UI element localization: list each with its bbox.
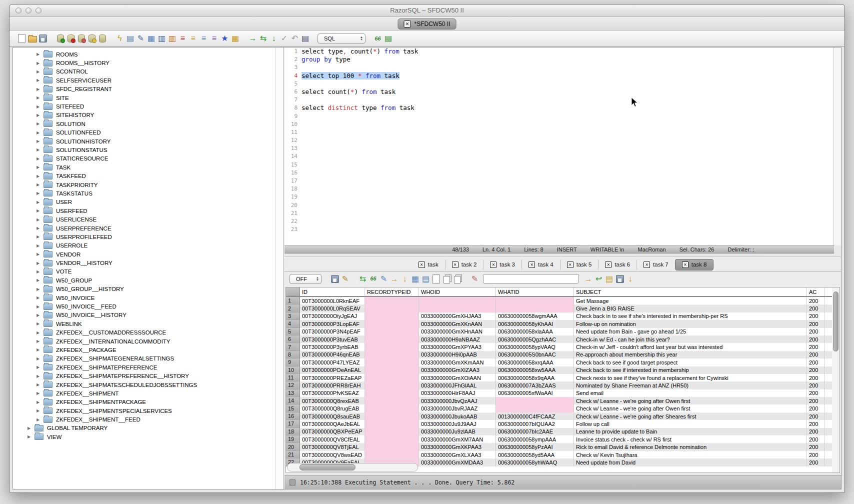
- disclosure-triangle-icon[interactable]: ▶: [36, 156, 40, 161]
- row-number-cell[interactable]: 17: [286, 420, 300, 428]
- disclosure-triangle-icon[interactable]: ▶: [36, 52, 40, 56]
- result-tab-task-4[interactable]: ✕task 4: [522, 260, 560, 270]
- editor-line-1[interactable]: 1select type, count(*) from task: [284, 48, 841, 56]
- notes-icon[interactable]: ▤: [604, 274, 614, 284]
- data-cell[interactable]: 200: [807, 351, 825, 358]
- close-tab-icon[interactable]: ✕: [682, 262, 688, 268]
- disclosure-triangle-icon[interactable]: ▶: [36, 78, 40, 82]
- sidebar-scrollbar[interactable]: [276, 48, 284, 489]
- data-cell[interactable]: Check w/ Leanne - we're going after Owen…: [574, 397, 807, 404]
- forward-arrow-icon[interactable]: →: [248, 34, 258, 44]
- table-row[interactable]: 500T3000000P3N4pEAF0033000000GmXHnAAN006…: [286, 328, 832, 336]
- data-cell[interactable]: 00T3000000P3yrbEAB: [300, 343, 365, 350]
- table-sync-icon[interactable]: ▦: [146, 34, 156, 44]
- editor-line-9[interactable]: 9: [284, 112, 841, 120]
- data-cell[interactable]: 00630000005QgzhAAC: [496, 336, 574, 343]
- filter-list-icon[interactable]: ≡: [209, 34, 220, 44]
- edit-results-icon[interactable]: ✎: [340, 274, 350, 284]
- data-cell[interactable]: 00T3000000QV8TjEAL: [300, 443, 365, 450]
- tree-item-vendor__history[interactable]: ▶VENDOR__HISTORY: [13, 258, 284, 267]
- browse-glasses-icon[interactable]: 66: [368, 274, 378, 284]
- data-cell[interactable]: 00T3000000P3LopEAF: [300, 320, 365, 328]
- data-cell[interactable]: [496, 397, 574, 404]
- tree-item-task[interactable]: ▶TASK: [13, 163, 284, 172]
- copy-table-icon[interactable]: [452, 274, 462, 284]
- column-header-recordtypeid[interactable]: RECORDTYPEID: [365, 288, 419, 296]
- tree-item-userprofilefeed[interactable]: ▶USERPROFILEFEED: [13, 232, 284, 241]
- book-icon[interactable]: ▥: [156, 34, 167, 44]
- data-cell[interactable]: 006300000058ympAAA: [496, 436, 574, 443]
- data-cell[interactable]: 0033000000GmXLXAA3: [419, 451, 496, 458]
- tree-item-zkfedex__shipmentpackage[interactable]: ▶ZKFEDEX__SHIPMENTPACKAGE: [13, 398, 284, 406]
- close-tab-icon[interactable]: ✕: [452, 262, 458, 268]
- data-cell[interactable]: Need update from David: [574, 458, 807, 466]
- save-grid-icon[interactable]: [614, 274, 625, 284]
- commit-check-icon[interactable]: ✓: [279, 34, 290, 44]
- align-list-icon[interactable]: ≡: [198, 34, 209, 44]
- tree-item-zkfedex__shipment__feed[interactable]: ▶ZKFEDEX__SHIPMENT__FEED: [13, 415, 284, 424]
- data-cell[interactable]: 006300000058ypVAAQ: [496, 343, 574, 350]
- book-orange-icon[interactable]: ▥: [167, 34, 178, 44]
- result-tab-task-5[interactable]: ✕task 5: [560, 260, 598, 270]
- data-cell[interactable]: [365, 390, 419, 397]
- new-connection-icon[interactable]: [86, 34, 97, 44]
- editor-line-17[interactable]: 17: [284, 177, 841, 185]
- new-file-icon[interactable]: [16, 34, 27, 44]
- data-cell[interactable]: 00T3000000QBXPeEAP: [300, 428, 365, 436]
- editor-line-3[interactable]: 3: [284, 64, 841, 72]
- disclosure-triangle-icon[interactable]: ▶: [36, 104, 40, 109]
- data-cell[interactable]: 200: [807, 328, 825, 336]
- tree-item-userpreference[interactable]: ▶USERPREFERENCE: [13, 224, 284, 232]
- data-cell[interactable]: [419, 304, 496, 312]
- data-cell[interactable]: [365, 358, 419, 366]
- data-cell[interactable]: 0033000000JbukoAAB: [419, 412, 496, 420]
- editor-line-16[interactable]: 16: [284, 169, 841, 177]
- data-cell[interactable]: 006300000058yd5AAA: [496, 451, 574, 458]
- document-tab[interactable]: ✕ *SFDCW50 II: [398, 18, 456, 30]
- data-cell[interactable]: Follow-up on nomination: [574, 320, 807, 328]
- edit-script-icon[interactable]: ✎: [136, 34, 146, 44]
- disclosure-triangle-icon[interactable]: ▶: [26, 434, 32, 439]
- data-cell[interactable]: 00T3000000POeAnEAL: [300, 366, 365, 374]
- view-glasses-icon[interactable]: 66: [372, 34, 383, 44]
- table-row[interactable]: 1400T3000000Q8rexEAB0033000000JbvQzAAJCh…: [286, 397, 832, 404]
- disclosure-triangle-icon[interactable]: ▶: [36, 244, 40, 248]
- close-window-button[interactable]: [16, 8, 22, 14]
- disclosure-triangle-icon[interactable]: ▶: [36, 313, 40, 318]
- data-cell[interactable]: 0033000000GmXMDAA3: [419, 458, 496, 466]
- table-star-icon[interactable]: ▦: [230, 34, 240, 44]
- table-row[interactable]: 300T3000000OiyJgEAJ0033000000GmXHJAA3006…: [286, 312, 832, 320]
- tree-item-taskfeed[interactable]: ▶TASKFEED: [13, 172, 284, 180]
- close-tab-icon[interactable]: ✕: [644, 262, 650, 268]
- grid-vertical-scrollbar-thumb[interactable]: [833, 292, 838, 352]
- row-number-cell[interactable]: 5: [286, 328, 300, 336]
- tree-item-sfdc_registrant[interactable]: ▶SFDC_REGISTRANT: [13, 85, 284, 94]
- data-cell[interactable]: 006300000058yPzAAI: [496, 443, 574, 450]
- data-cell[interactable]: 00630000007bIc2AAE: [496, 428, 574, 436]
- tree-item-scontrol[interactable]: ▶SCONTROL: [13, 68, 284, 76]
- tree-item-weblink[interactable]: ▶WEBLINK: [13, 320, 284, 328]
- grid-horizontal-scrollbar-thumb[interactable]: [300, 464, 356, 470]
- new-doc-icon[interactable]: [431, 274, 442, 284]
- checklist-icon[interactable]: ▤: [125, 34, 136, 44]
- disclosure-triangle-icon[interactable]: ▶: [36, 208, 40, 213]
- export-icon[interactable]: ↩: [594, 274, 604, 284]
- editor-line-21[interactable]: 21: [284, 210, 841, 218]
- tree-item-vote[interactable]: ▶VOTE: [13, 268, 284, 276]
- disclosure-triangle-icon[interactable]: ▶: [36, 122, 40, 126]
- disclosure-triangle-icon[interactable]: ▶: [36, 218, 40, 222]
- data-cell[interactable]: 006300000058x9qAAA: [496, 374, 574, 382]
- copy-icon[interactable]: [442, 274, 452, 284]
- result-tab-task-6[interactable]: ✕task 6: [598, 260, 636, 270]
- editor-line-15[interactable]: 15: [284, 161, 841, 169]
- close-tab-icon[interactable]: ✕: [605, 262, 612, 268]
- disclosure-triangle-icon[interactable]: ▶: [36, 200, 40, 204]
- title-bar[interactable]: RazorSQL – SFDCW50 II: [10, 4, 844, 17]
- row-number-cell[interactable]: 16: [286, 412, 300, 420]
- disclosure-triangle-icon[interactable]: ▶: [36, 165, 40, 170]
- data-cell[interactable]: Invoice status check - check w/ RS first: [574, 436, 807, 443]
- editor-line-12[interactable]: 12: [284, 136, 841, 144]
- row-number-cell[interactable]: 10: [286, 366, 300, 374]
- data-cell[interactable]: Check w/ Leanne - we're going after Shea…: [574, 412, 807, 420]
- row-number-cell[interactable]: 2: [286, 304, 300, 312]
